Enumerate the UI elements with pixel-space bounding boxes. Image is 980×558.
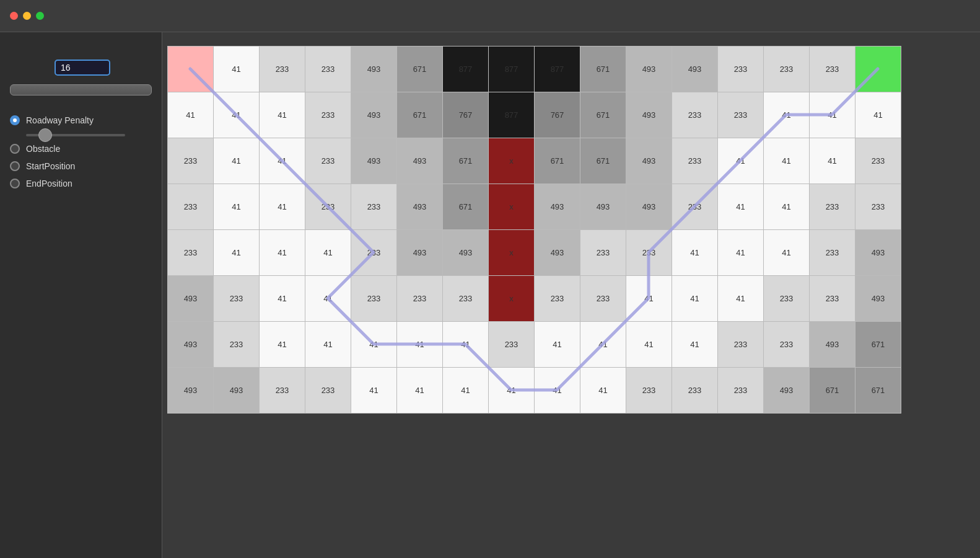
grid-cell[interactable]: 41 (305, 322, 351, 368)
grid-cell[interactable]: 233 (855, 184, 901, 230)
grid-cell[interactable]: 41 (810, 92, 855, 138)
grid-cell[interactable]: 671 (580, 46, 626, 92)
grid-cell[interactable]: 41 (397, 368, 443, 414)
grid-cell[interactable]: 233 (764, 322, 810, 368)
grid-cell[interactable]: 493 (626, 46, 672, 92)
grid-cell[interactable]: 493 (855, 276, 901, 322)
grid-cell[interactable]: 493 (626, 138, 672, 184)
grid-cell[interactable]: x (489, 230, 535, 276)
grid-cell[interactable]: 233 (626, 368, 672, 414)
grid-cell[interactable]: 41 (626, 276, 672, 322)
grid-cell[interactable]: 233 (672, 184, 718, 230)
grid-cell[interactable]: 233 (535, 276, 580, 322)
grid-cell[interactable]: 41 (580, 322, 626, 368)
grid-cell[interactable]: 233 (351, 276, 397, 322)
grid-cell[interactable]: 41 (260, 230, 305, 276)
grid-cell[interactable]: 233 (855, 138, 901, 184)
grid-cell[interactable]: 41 (260, 322, 305, 368)
grid-cell[interactable]: 493 (626, 92, 672, 138)
grid-cell[interactable]: 233 (214, 276, 260, 322)
grid-cell[interactable]: 233 (305, 138, 351, 184)
maximize-button[interactable] (36, 12, 44, 20)
grid-cell[interactable]: 41 (443, 368, 489, 414)
grid-cell[interactable]: 233 (672, 368, 718, 414)
grid-cell[interactable]: 41 (351, 322, 397, 368)
grid-cell[interactable]: 671 (855, 322, 901, 368)
grid-cell[interactable]: 41 (214, 92, 260, 138)
grid-cell[interactable]: 877 (535, 46, 580, 92)
grid-cell[interactable]: 493 (214, 368, 260, 414)
radio-end-position[interactable] (10, 179, 20, 188)
grid-cell[interactable]: 41 (535, 322, 580, 368)
grid-cell[interactable]: 233 (810, 184, 855, 230)
radio-start-position[interactable] (10, 161, 20, 171)
grid-cell[interactable]: 493 (626, 184, 672, 230)
grid-cell[interactable]: 41 (305, 276, 351, 322)
grid-cell[interactable]: 493 (855, 230, 901, 276)
radio-roadway-penalty[interactable] (10, 115, 20, 125)
grid-cell[interactable]: 233 (168, 230, 214, 276)
grid-cell[interactable]: 41 (489, 368, 535, 414)
grid-cell[interactable]: 41 (810, 138, 855, 184)
grid-cell[interactable]: 767 (535, 92, 580, 138)
grid-cell[interactable]: 41 (672, 230, 718, 276)
grid-cell[interactable]: x (489, 138, 535, 184)
grid-cell[interactable]: 233 (351, 230, 397, 276)
grid-cell[interactable] (168, 46, 214, 92)
grid-cell[interactable]: 493 (672, 46, 718, 92)
grid-cell[interactable]: 233 (718, 46, 764, 92)
radio-item-end-position[interactable]: EndPosition (10, 179, 152, 188)
grid-cell[interactable]: 41 (443, 322, 489, 368)
grid-cell[interactable]: 493 (810, 322, 855, 368)
grid-cell[interactable]: 233 (489, 322, 535, 368)
grid-cell[interactable]: 877 (489, 92, 535, 138)
grid-cell[interactable]: 41 (351, 368, 397, 414)
grid-cell[interactable]: 233 (214, 322, 260, 368)
grid-cell[interactable]: 41 (764, 184, 810, 230)
grid-cell[interactable]: 233 (397, 276, 443, 322)
grid-cell[interactable]: 233 (718, 322, 764, 368)
grid-cell[interactable]: 671 (397, 46, 443, 92)
grid-cell[interactable]: x (489, 276, 535, 322)
grid-cell[interactable]: 41 (855, 92, 901, 138)
grid-cell[interactable]: 493 (397, 184, 443, 230)
grid-cell[interactable]: 41 (626, 322, 672, 368)
grid-cell[interactable]: 233 (305, 184, 351, 230)
grid-cell[interactable]: 233 (810, 276, 855, 322)
grid-cell[interactable]: 233 (305, 46, 351, 92)
grid-cell[interactable]: 671 (443, 184, 489, 230)
grid-cell[interactable]: 41 (764, 230, 810, 276)
grid-cell[interactable]: 877 (443, 46, 489, 92)
grid-cell[interactable]: 233 (168, 138, 214, 184)
grid-cell[interactable]: 493 (535, 230, 580, 276)
grid-cell[interactable]: 671 (397, 92, 443, 138)
grid-cell[interactable]: 41 (764, 138, 810, 184)
grid-cell[interactable]: 493 (535, 184, 580, 230)
grid-cell[interactable]: 493 (397, 230, 443, 276)
grid-cell[interactable]: 233 (764, 276, 810, 322)
grid-cell[interactable]: 41 (718, 138, 764, 184)
grid-cell[interactable]: 41 (214, 230, 260, 276)
grid-cell[interactable]: 233 (351, 184, 397, 230)
grid-cell[interactable]: 41 (260, 276, 305, 322)
grid-cell[interactable]: 493 (351, 138, 397, 184)
grid-cell[interactable]: 41 (214, 138, 260, 184)
grid-cell[interactable]: 233 (580, 230, 626, 276)
grid-cell[interactable]: 493 (443, 230, 489, 276)
grid-cell[interactable]: 671 (443, 138, 489, 184)
radio-item-start-position[interactable]: StartPosition (10, 161, 152, 171)
grid-cell[interactable]: 493 (580, 184, 626, 230)
grid-cell[interactable]: 233 (810, 46, 855, 92)
grid-cell[interactable]: 41 (397, 322, 443, 368)
grid-cell[interactable]: 877 (489, 46, 535, 92)
grid-cell[interactable]: 41 (168, 92, 214, 138)
grid-cell[interactable]: 671 (810, 368, 855, 414)
grid-cell[interactable]: 233 (443, 276, 489, 322)
grid-cell[interactable]: 233 (810, 230, 855, 276)
grid-cell[interactable]: 493 (168, 276, 214, 322)
close-button[interactable] (10, 12, 18, 20)
radio-obstacle[interactable] (10, 144, 20, 154)
grid-cell[interactable]: 41 (672, 322, 718, 368)
grid-cell[interactable]: 671 (855, 368, 901, 414)
minimize-button[interactable] (23, 12, 31, 20)
